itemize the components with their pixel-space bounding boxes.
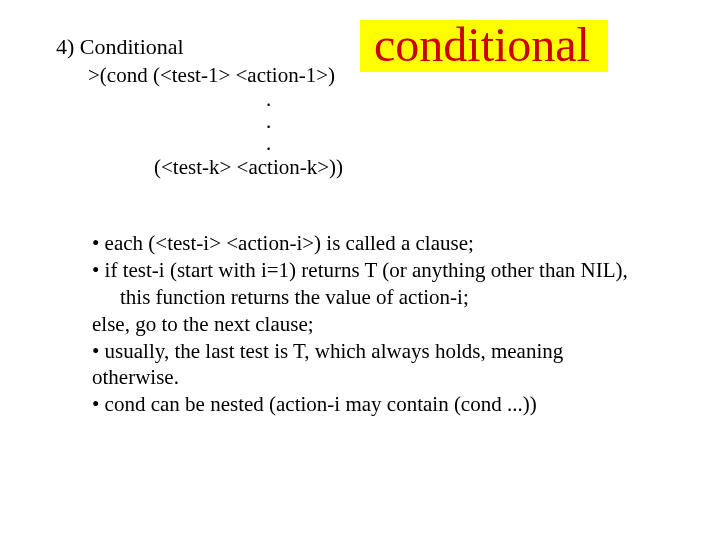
code-ellipsis-dot: . — [266, 110, 343, 132]
bullet-list: • each (<test-i> <action-i>) is called a… — [92, 230, 692, 418]
title-text: conditional — [374, 18, 590, 71]
code-block: >(cond (<test-1> <action-1>) ...(<test-k… — [88, 62, 343, 181]
bullet-item: • each (<test-i> <action-i>) is called a… — [92, 230, 692, 257]
section-heading: 4) Conditional — [56, 34, 184, 60]
code-line-2: (<test-k> <action-k>)) — [154, 155, 343, 179]
bullet-item-cont: else, go to the next clause; — [92, 311, 692, 338]
title-highlight-box: conditional — [360, 20, 608, 72]
bullet-item: • if test-i (start with i=1) returns T (… — [92, 257, 692, 284]
code-line-1: >(cond (<test-1> <action-1>) — [88, 63, 335, 87]
bullet-item: • cond can be nested (action-i may conta… — [92, 391, 692, 418]
code-ellipsis-dot: . — [266, 88, 343, 110]
bullet-item-cont: otherwise. — [92, 364, 692, 391]
bullet-item-cont: this function returns the value of actio… — [120, 284, 692, 311]
code-ellipsis-dot: . — [266, 132, 343, 154]
bullet-item: • usually, the last test is T, which alw… — [92, 338, 692, 365]
slide: conditional 4) Conditional >(cond (<test… — [0, 0, 720, 540]
